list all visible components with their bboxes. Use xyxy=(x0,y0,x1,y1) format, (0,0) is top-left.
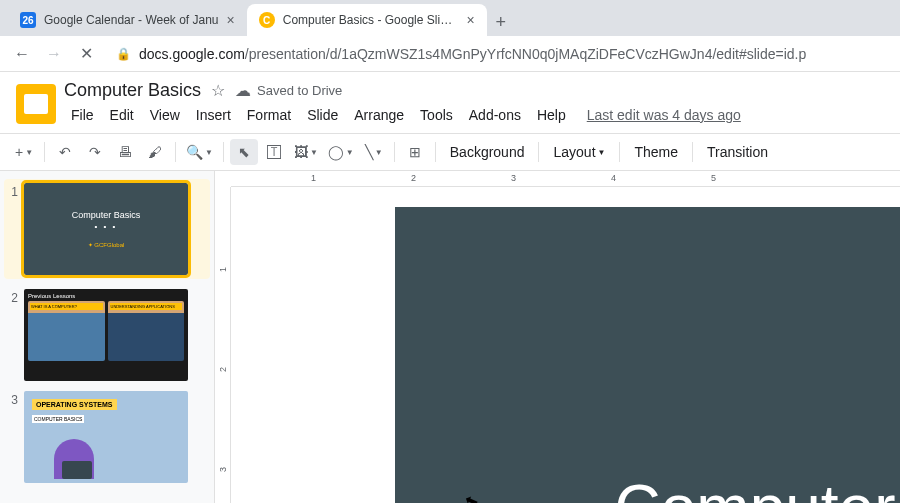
browser-tab-calendar[interactable]: 26 Google Calendar - Week of Janu × xyxy=(8,4,247,36)
forward-button[interactable]: → xyxy=(40,40,68,68)
theme-button[interactable]: Theme xyxy=(626,139,686,165)
menu-slide[interactable]: Slide xyxy=(300,103,345,127)
browser-tab-strip: 26 Google Calendar - Week of Janu × C Co… xyxy=(0,0,900,36)
slide-thumbnail-2[interactable]: 2 Previous Lessons WHAT IS A COMPUTER? U… xyxy=(4,289,210,381)
layout-button[interactable]: Layout▼ xyxy=(545,139,613,165)
menu-edit[interactable]: Edit xyxy=(103,103,141,127)
comment-button[interactable]: ⊞ xyxy=(401,139,429,165)
browser-tab-slides[interactable]: C Computer Basics - Google Slides × xyxy=(247,4,487,36)
slides-favicon: C xyxy=(259,12,275,28)
separator xyxy=(692,142,693,162)
slide-thumbnail-1[interactable]: 1 Computer Basics • • • ✦ GCFGlobal xyxy=(4,179,210,279)
menu-bar: File Edit View Insert Format Slide Arran… xyxy=(64,103,884,127)
thumbnail-preview[interactable]: OPERATING SYSTEMS COMPUTER BASICS xyxy=(24,391,188,483)
print-button[interactable]: 🖶 xyxy=(111,139,139,165)
url-path: /presentation/d/1aQzmWSZ1s4MGnPyYrfcNN0q… xyxy=(245,46,806,62)
document-title[interactable]: Computer Basics xyxy=(64,80,201,101)
toolbar: +▼ ↶ ↷ 🖶 🖌 🔍▼ ⬉ 🅃 🖼▼ ◯▼ ╲▼ ⊞ Background … xyxy=(0,133,900,171)
filmstrip[interactable]: 1 Computer Basics • • • ✦ GCFGlobal 2 Pr… xyxy=(0,171,215,503)
separator xyxy=(619,142,620,162)
textbox-tool[interactable]: 🅃 xyxy=(260,139,288,165)
stop-button[interactable]: ✕ xyxy=(72,40,100,68)
background-button[interactable]: Background xyxy=(442,139,533,165)
vertical-ruler[interactable]: 1 2 3 xyxy=(215,187,231,503)
line-tool[interactable]: ╲▼ xyxy=(360,139,388,165)
separator xyxy=(394,142,395,162)
menu-view[interactable]: View xyxy=(143,103,187,127)
horizontal-ruler[interactable]: 1 2 3 4 5 xyxy=(231,171,900,187)
last-edit-link[interactable]: Last edit was 4 days ago xyxy=(587,103,741,127)
lock-icon: 🔒 xyxy=(116,47,131,61)
slide-number: 3 xyxy=(4,391,18,483)
separator xyxy=(175,142,176,162)
menu-insert[interactable]: Insert xyxy=(189,103,238,127)
url-domain: docs.google.com xyxy=(139,46,245,62)
thumbnail-preview[interactable]: Computer Basics • • • ✦ GCFGlobal xyxy=(24,183,188,275)
app-header: Computer Basics ☆ ☁ Saved to Drive File … xyxy=(0,72,900,127)
address-bar: ← → ✕ 🔒 docs.google.com/presentation/d/1… xyxy=(0,36,900,72)
new-slide-button[interactable]: +▼ xyxy=(10,139,38,165)
url-input[interactable]: 🔒 docs.google.com/presentation/d/1aQzmWS… xyxy=(104,46,892,62)
separator xyxy=(223,142,224,162)
shape-tool[interactable]: ◯▼ xyxy=(324,139,358,165)
tab-title: Computer Basics - Google Slides xyxy=(283,13,459,27)
new-tab-button[interactable]: + xyxy=(487,8,515,36)
undo-button[interactable]: ↶ xyxy=(51,139,79,165)
paint-format-button[interactable]: 🖌 xyxy=(141,139,169,165)
slide-number: 2 xyxy=(4,289,18,381)
slide-title-text[interactable]: Computer xyxy=(615,471,896,503)
slide-canvas[interactable]: Computer • • • xyxy=(395,207,900,503)
separator xyxy=(435,142,436,162)
menu-file[interactable]: File xyxy=(64,103,101,127)
tab-title: Google Calendar - Week of Janu xyxy=(44,13,219,27)
star-icon[interactable]: ☆ xyxy=(211,81,225,100)
canvas-area: 1 2 3 4 5 1 2 3 Computer • • • ⬉ xyxy=(215,171,900,503)
select-tool[interactable]: ⬉ xyxy=(230,139,258,165)
slide-number: 1 xyxy=(4,183,18,275)
transition-button[interactable]: Transition xyxy=(699,139,776,165)
zoom-button[interactable]: 🔍▼ xyxy=(182,139,217,165)
menu-format[interactable]: Format xyxy=(240,103,298,127)
main-area: 1 Computer Basics • • • ✦ GCFGlobal 2 Pr… xyxy=(0,171,900,503)
slide-thumbnail-3[interactable]: 3 OPERATING SYSTEMS COMPUTER BASICS xyxy=(4,391,210,483)
menu-help[interactable]: Help xyxy=(530,103,573,127)
cloud-icon: ☁ xyxy=(235,81,251,100)
separator xyxy=(538,142,539,162)
close-icon[interactable]: × xyxy=(467,12,475,28)
menu-arrange[interactable]: Arrange xyxy=(347,103,411,127)
redo-button[interactable]: ↷ xyxy=(81,139,109,165)
menu-addons[interactable]: Add-ons xyxy=(462,103,528,127)
calendar-favicon: 26 xyxy=(20,12,36,28)
close-icon[interactable]: × xyxy=(227,12,235,28)
menu-tools[interactable]: Tools xyxy=(413,103,460,127)
image-tool[interactable]: 🖼▼ xyxy=(290,139,322,165)
back-button[interactable]: ← xyxy=(8,40,36,68)
thumbnail-preview[interactable]: Previous Lessons WHAT IS A COMPUTER? UND… xyxy=(24,289,188,381)
slides-logo-icon[interactable] xyxy=(16,84,56,124)
save-status[interactable]: ☁ Saved to Drive xyxy=(235,81,342,100)
separator xyxy=(44,142,45,162)
